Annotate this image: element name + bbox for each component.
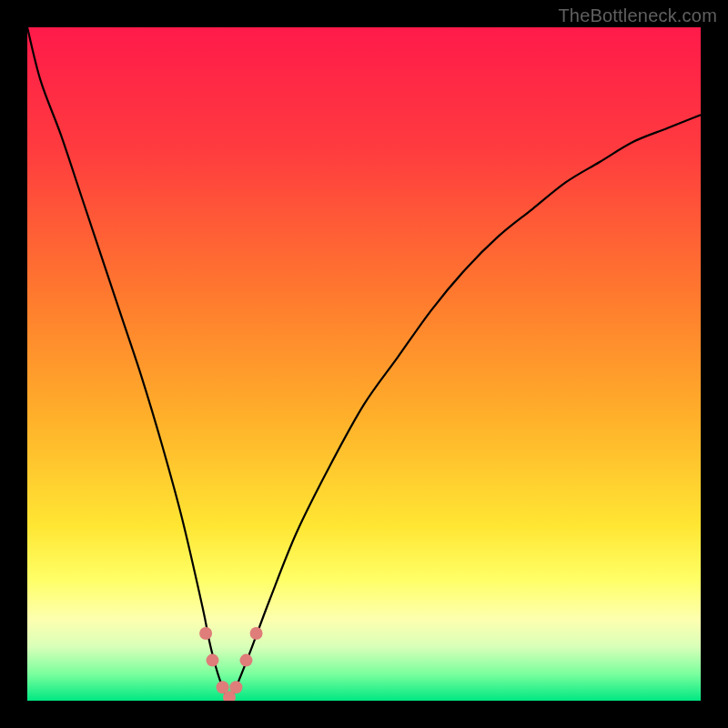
- curve-marker: [250, 627, 263, 640]
- curve-marker: [240, 654, 253, 667]
- curve-marker: [229, 681, 242, 693]
- chart-frame: TheBottleneck.com: [0, 0, 728, 728]
- watermark-label: TheBottleneck.com: [558, 5, 717, 26]
- chart-curve-layer: [27, 27, 701, 701]
- curve-marker: [199, 627, 212, 640]
- marker-group: [199, 627, 263, 701]
- chart-plot-area: [27, 27, 701, 701]
- bottleneck-curve: [27, 27, 701, 701]
- curve-marker: [207, 654, 219, 667]
